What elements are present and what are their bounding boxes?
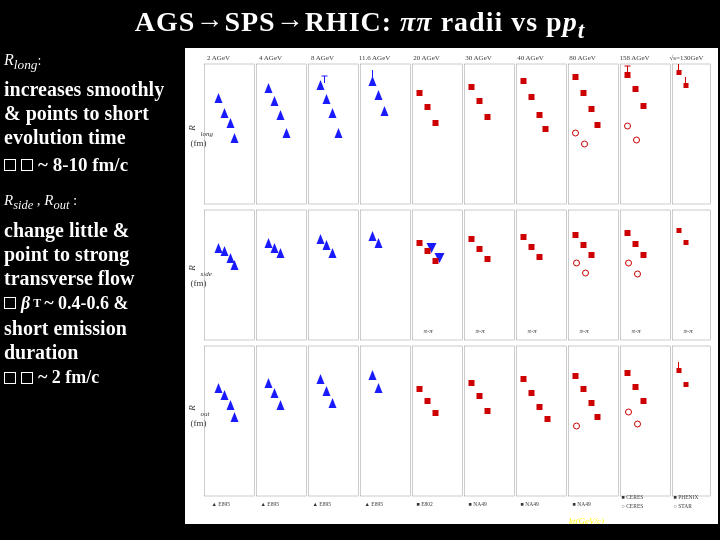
svg-marker-145 [369, 370, 377, 380]
r-side-out-colon: : [73, 192, 77, 208]
title-pt: pt [563, 6, 585, 37]
svg-rect-148 [425, 398, 431, 404]
svg-rect-109 [425, 248, 431, 254]
svg-marker-55 [277, 110, 285, 120]
svg-rect-154 [529, 390, 535, 396]
svg-rect-79 [589, 106, 595, 112]
svg-marker-54 [271, 96, 279, 106]
svg-rect-164 [641, 398, 647, 404]
svg-text:4 AGeV: 4 AGeV [259, 54, 282, 62]
svg-rect-153 [521, 376, 527, 382]
svg-marker-94 [215, 243, 223, 253]
svg-rect-113 [485, 256, 491, 262]
svg-text:(fm): (fm) [191, 278, 207, 288]
svg-text:π-π: π-π [684, 327, 694, 335]
svg-rect-22 [361, 64, 411, 204]
svg-text:R: R [187, 404, 197, 411]
svg-text:40 AGeV: 40 AGeV [517, 54, 544, 62]
svg-marker-57 [317, 80, 325, 90]
svg-text:▲ E895: ▲ E895 [365, 501, 384, 507]
checkbox-icon-3 [4, 297, 16, 309]
r-long-colon: : [37, 53, 41, 68]
svg-rect-116 [537, 254, 543, 260]
duration-value: ~ 2 fm/c [38, 366, 99, 389]
title-pi: ππ [400, 6, 433, 37]
svg-rect-114 [521, 234, 527, 240]
svg-text:▲ E895: ▲ E895 [212, 501, 231, 507]
svg-rect-30 [257, 210, 307, 340]
svg-rect-28 [673, 64, 711, 204]
svg-rect-163 [633, 384, 639, 390]
svg-marker-104 [369, 231, 377, 241]
svg-rect-78 [581, 90, 587, 96]
svg-rect-43 [413, 346, 463, 496]
svg-text:√s=130GeV: √s=130GeV [669, 54, 703, 62]
svg-rect-159 [589, 400, 595, 406]
svg-marker-52 [231, 133, 239, 143]
checkbox-icon-5 [21, 372, 33, 384]
svg-rect-41 [309, 346, 359, 496]
svg-rect-112 [477, 246, 483, 252]
svg-marker-50 [221, 108, 229, 118]
svg-text:■ PHENIX: ■ PHENIX [674, 494, 699, 500]
svg-marker-139 [265, 378, 273, 388]
svg-rect-25 [517, 64, 567, 204]
svg-rect-160 [595, 414, 601, 420]
svg-text:■ NA49: ■ NA49 [469, 501, 487, 507]
svg-marker-143 [323, 386, 331, 396]
svg-rect-71 [477, 98, 483, 104]
svg-rect-152 [485, 408, 491, 414]
beta-value: ~ 0.4-0.6 & [44, 292, 128, 315]
svg-rect-149 [433, 410, 439, 416]
svg-rect-156 [545, 416, 551, 422]
svg-text:20 AGeV: 20 AGeV [413, 54, 440, 62]
svg-marker-51 [227, 118, 235, 128]
svg-marker-98 [265, 238, 273, 248]
svg-marker-135 [215, 383, 223, 393]
svg-text:long: long [201, 130, 214, 138]
svg-rect-23 [413, 64, 463, 204]
svg-rect-37 [621, 210, 671, 340]
svg-rect-31 [309, 210, 359, 340]
svg-text:π-π: π-π [580, 327, 590, 335]
svg-marker-142 [317, 374, 325, 384]
svg-rect-84 [633, 86, 639, 92]
svg-point-87 [634, 137, 640, 143]
svg-marker-65 [381, 106, 389, 116]
svg-point-82 [582, 141, 588, 147]
svg-marker-53 [265, 83, 273, 93]
svg-rect-151 [477, 393, 483, 399]
svg-rect-85 [641, 103, 647, 109]
svg-text:■ E802: ■ E802 [417, 501, 434, 507]
svg-rect-167 [677, 368, 682, 373]
svg-marker-140 [271, 388, 279, 398]
svg-text:π-π: π-π [632, 327, 642, 335]
svg-rect-77 [573, 74, 579, 80]
left-panel: Rlong: increases smoothly & points to sh… [0, 46, 185, 526]
svg-rect-72 [485, 114, 491, 120]
r-long-label: Rlong [4, 51, 37, 68]
svg-text:11.6 AGeV: 11.6 AGeV [359, 54, 391, 62]
svg-marker-141 [277, 400, 285, 410]
svg-text:(fm): (fm) [191, 138, 207, 148]
svg-rect-119 [589, 252, 595, 258]
svg-marker-146 [375, 383, 383, 393]
svg-marker-49 [215, 93, 223, 103]
svg-text:kt(GeV/c): kt(GeV/c) [569, 516, 604, 524]
svg-text:R: R [187, 264, 197, 271]
chart-svg: 2 AGeV 4 AGeV 8 AGeV 11.6 AGeV 20 AGeV 3… [185, 48, 718, 524]
svg-rect-127 [677, 228, 682, 233]
svg-rect-111 [469, 236, 475, 242]
svg-rect-155 [537, 404, 543, 410]
svg-text:2 AGeV: 2 AGeV [207, 54, 230, 62]
svg-rect-108 [417, 240, 423, 246]
svg-marker-59 [329, 108, 337, 118]
r-long-section: Rlong: [4, 50, 179, 74]
svg-rect-115 [529, 244, 535, 250]
svg-point-120 [574, 260, 580, 266]
svg-text:8 AGeV: 8 AGeV [311, 54, 334, 62]
svg-rect-40 [257, 346, 307, 496]
r-long-value: ~ 8-10 fm/c [38, 153, 128, 177]
svg-text:side: side [201, 270, 212, 278]
svg-marker-101 [317, 234, 325, 244]
